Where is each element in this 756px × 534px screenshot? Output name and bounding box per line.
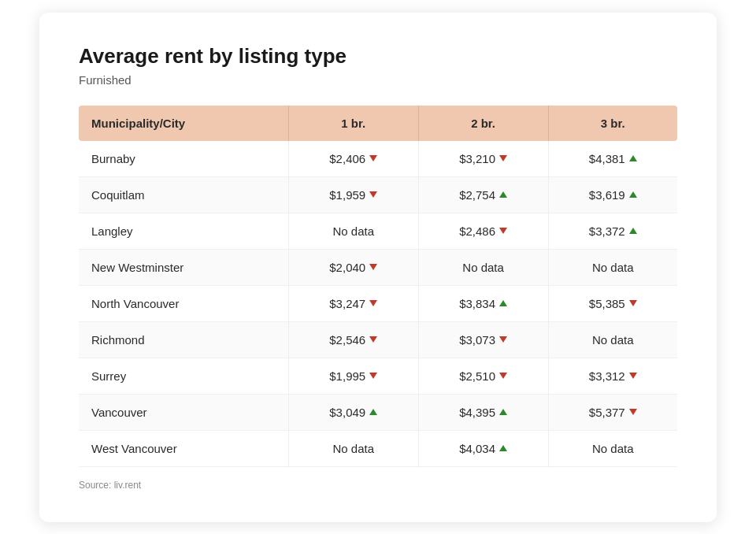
cell-value: No data	[332, 224, 374, 238]
cell-br3: $3,312	[548, 358, 677, 394]
city-name: Coquitlam	[79, 176, 288, 213]
cell-value: No data	[592, 261, 634, 274]
cell-value: No data	[592, 333, 634, 347]
cell-br3: No data	[548, 430, 677, 466]
main-card: Average rent by listing type Furnished M…	[39, 13, 717, 522]
trend-up-icon	[499, 191, 507, 198]
trend-down-icon	[499, 228, 507, 234]
city-name: Richmond	[79, 321, 288, 358]
cell-value: $3,619	[589, 188, 625, 202]
table-row: Surrey$1,995$2,510$3,312	[79, 358, 677, 394]
cell-br1: $1,995	[288, 358, 418, 394]
trend-up-icon	[629, 191, 637, 198]
trend-down-icon	[499, 155, 507, 161]
cell-value: $1,959	[329, 188, 365, 202]
page-title: Average rent by listing type	[79, 44, 677, 69]
cell-br1: $1,959	[288, 176, 418, 213]
table-row: Burnaby$2,406$3,210$4,381	[79, 141, 677, 177]
trend-up-icon	[499, 445, 507, 451]
cell-br2: $3,210	[418, 141, 548, 177]
city-name: Surrey	[79, 358, 288, 394]
trend-down-icon	[369, 155, 377, 161]
cell-value: No data	[332, 442, 374, 455]
cell-br2: No data	[418, 249, 548, 285]
table-row: LangleyNo data$2,486$3,372	[79, 213, 677, 249]
cell-value: No data	[592, 442, 634, 455]
cell-value: $3,073	[459, 333, 495, 347]
city-name: New Westminster	[79, 249, 288, 285]
cell-br1: No data	[288, 430, 418, 466]
trend-down-icon	[369, 191, 377, 198]
cell-value: $3,049	[329, 406, 365, 419]
trend-up-icon	[499, 300, 507, 306]
cell-value: $3,210	[459, 152, 495, 165]
cell-br2: $2,486	[418, 213, 548, 249]
col-header-city: Municipality/City	[79, 106, 288, 141]
trend-up-icon	[499, 409, 507, 415]
trend-up-icon	[369, 409, 377, 415]
cell-br2: $4,034	[418, 430, 548, 466]
table-row: West VancouverNo data$4,034No data	[79, 430, 677, 466]
cell-value: $2,546	[329, 333, 365, 347]
rent-table: Municipality/City 1 br. 2 br. 3 br. Burn…	[79, 106, 677, 467]
cell-br1: $2,406	[288, 141, 418, 177]
city-name: North Vancouver	[79, 285, 288, 321]
city-name: West Vancouver	[79, 430, 288, 466]
table-header-row: Municipality/City 1 br. 2 br. 3 br.	[79, 106, 677, 141]
cell-br3: $3,619	[548, 176, 677, 213]
cell-br2: $4,395	[418, 394, 548, 430]
cell-br1: No data	[288, 213, 418, 249]
trend-down-icon	[369, 336, 377, 343]
cell-value: $2,510	[459, 369, 495, 383]
cell-br3: $5,377	[548, 394, 677, 430]
cell-br2: $2,510	[418, 358, 548, 394]
trend-down-icon	[369, 264, 377, 270]
cell-value: $5,377	[589, 406, 625, 419]
city-name: Burnaby	[79, 141, 288, 177]
cell-br2: $3,834	[418, 285, 548, 321]
trend-up-icon	[629, 228, 637, 234]
trend-up-icon	[629, 155, 637, 161]
cell-br1: $2,546	[288, 321, 418, 358]
cell-br3: $3,372	[548, 213, 677, 249]
cell-value: $3,247	[329, 297, 365, 310]
cell-value: $3,372	[589, 224, 625, 238]
trend-down-icon	[499, 336, 507, 343]
cell-br3: No data	[548, 321, 677, 358]
cell-br2: $2,754	[418, 176, 548, 213]
cell-value: $4,395	[459, 406, 495, 419]
cell-br3: No data	[548, 249, 677, 285]
col-header-2br: 2 br.	[418, 106, 548, 141]
cell-value: $2,406	[329, 152, 365, 165]
trend-down-icon	[369, 300, 377, 306]
table-row: New Westminster$2,040No dataNo data	[79, 249, 677, 285]
col-header-3br: 3 br.	[548, 106, 677, 141]
cell-br1: $2,040	[288, 249, 418, 285]
cell-br1: $3,049	[288, 394, 418, 430]
cell-value: $4,034	[459, 442, 495, 455]
cell-br2: $3,073	[418, 321, 548, 358]
cell-value: $2,040	[329, 261, 365, 274]
city-name: Langley	[79, 213, 288, 249]
table-row: North Vancouver$3,247$3,834$5,385	[79, 285, 677, 321]
col-header-1br: 1 br.	[288, 106, 418, 141]
trend-down-icon	[629, 300, 637, 306]
cell-value: $2,486	[459, 224, 495, 238]
city-name: Vancouver	[79, 394, 288, 430]
cell-br3: $5,385	[548, 285, 677, 321]
cell-value: $3,312	[589, 369, 625, 383]
table-row: Vancouver$3,049$4,395$5,377	[79, 394, 677, 430]
cell-value: $5,385	[589, 297, 625, 310]
table-row: Coquitlam$1,959$2,754$3,619	[79, 176, 677, 213]
cell-value: $1,995	[329, 369, 365, 383]
trend-down-icon	[629, 373, 637, 379]
trend-down-icon	[629, 409, 637, 415]
trend-down-icon	[499, 373, 507, 379]
page-subtitle: Furnished	[79, 73, 677, 87]
table-body: Burnaby$2,406$3,210$4,381Coquitlam$1,959…	[79, 141, 677, 467]
cell-br3: $4,381	[548, 141, 677, 177]
cell-value: $3,834	[459, 297, 495, 310]
source-label: Source: liv.rent	[79, 480, 677, 491]
cell-value: $4,381	[589, 152, 625, 165]
cell-value: $2,754	[459, 188, 495, 202]
